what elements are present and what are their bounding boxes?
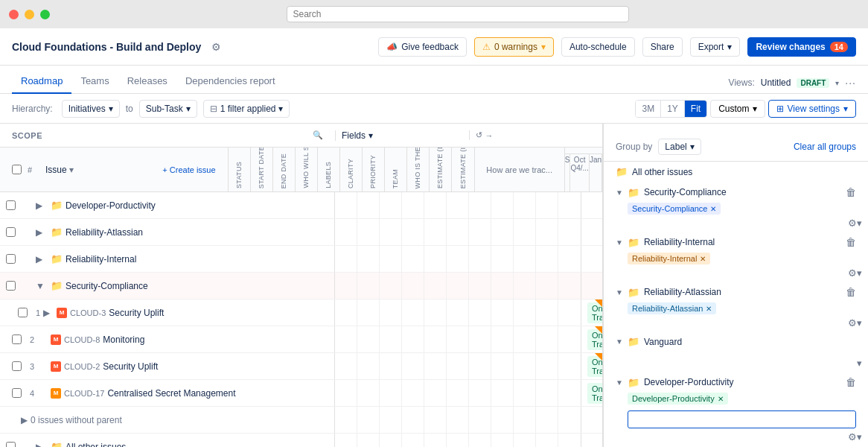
- row-main: 1 ▶ M CLOUD-3 Security Uplift: [0, 299, 335, 326]
- delete-group-icon[interactable]: 🗑: [846, 236, 856, 248]
- fields-header[interactable]: Fields ▾: [335, 130, 469, 141]
- feedback-button[interactable]: 📣 Give feedback: [378, 37, 467, 57]
- delete-group-icon[interactable]: 🗑: [846, 376, 856, 388]
- issue-key: CLOUD-8: [64, 335, 100, 344]
- export-button[interactable]: Export ▾: [690, 37, 741, 57]
- view-settings-button[interactable]: ⊞ View settings ▾: [768, 100, 856, 118]
- share-button[interactable]: Share: [642, 37, 683, 57]
- timeline-nav-right[interactable]: →: [485, 131, 494, 140]
- warnings-button[interactable]: ⚠ 0 warnings ▾: [474, 37, 554, 57]
- row-main: ▶ 📁 Reliability-Internal: [0, 246, 335, 272]
- row-field: [514, 219, 536, 245]
- expand-icon[interactable]: ▶: [36, 227, 48, 238]
- table-row[interactable]: 4 ▶ M CLOUD-17 Centralised Secret Manage…: [0, 380, 602, 407]
- expand-icon[interactable]: ▶: [36, 254, 48, 264]
- settings-icon[interactable]: ⚙: [848, 431, 857, 443]
- tab-releases[interactable]: Releases: [118, 69, 176, 94]
- panel-group-row[interactable]: ▼ 📁 Developer-Porductivity 🗑: [604, 372, 868, 393]
- panel-group-row[interactable]: ▼ 📁 Vanguard: [604, 332, 868, 352]
- remove-tag-icon[interactable]: ✕: [710, 205, 716, 213]
- time-fit-button[interactable]: Fit: [685, 101, 706, 117]
- clear-all-groups-button[interactable]: Clear all groups: [794, 142, 856, 152]
- tab-roadmap[interactable]: Roadmap: [12, 69, 71, 94]
- table-row[interactable]: ▶ 📁 All other issues: [0, 434, 602, 447]
- collapse-icon[interactable]: ▼: [616, 188, 623, 197]
- delete-group-icon[interactable]: 🗑: [846, 186, 856, 198]
- expand-icon[interactable]: ▼: [36, 281, 48, 291]
- table-row[interactable]: 1 ▶ M CLOUD-3 Security Uplift On Track ⚙…: [0, 299, 602, 326]
- row-checkbox[interactable]: [12, 388, 22, 398]
- expand-icon[interactable]: ▶: [36, 200, 48, 211]
- panel-group-row[interactable]: ▼ 📁 Reliability-Atlassian 🗑: [604, 282, 868, 302]
- time-1y-button[interactable]: 1Y: [661, 101, 685, 117]
- row-checkbox[interactable]: [6, 227, 16, 237]
- minimize-button[interactable]: [25, 10, 34, 19]
- table-row[interactable]: 2 ▶ M CLOUD-8 Monitoring On Track ⚙ ▾: [0, 326, 602, 353]
- row-checkbox[interactable]: [12, 335, 22, 344]
- chevron-down-icon[interactable]: ▾: [857, 358, 862, 369]
- create-issue-link[interactable]: + Create issue: [162, 165, 215, 174]
- hash-label: #: [28, 165, 39, 174]
- view-options-icon[interactable]: ···: [845, 77, 856, 89]
- collapse-icon[interactable]: ▼: [616, 378, 623, 387]
- row-checkbox[interactable]: [18, 308, 28, 317]
- table-row[interactable]: ▶ 0 issues without parent: [0, 407, 602, 434]
- expand-icon[interactable]: ▶: [21, 415, 28, 425]
- custom-time-button[interactable]: Custom ▾: [710, 100, 765, 118]
- tab-dependencies[interactable]: Dependencies report: [176, 69, 284, 94]
- row-checkbox[interactable]: [6, 200, 16, 210]
- close-button[interactable]: [9, 10, 19, 19]
- review-changes-button[interactable]: Review changes 14: [747, 37, 856, 57]
- table-row[interactable]: ▶ 📁 Reliability-Internal: [0, 246, 602, 273]
- maximize-button[interactable]: [40, 10, 50, 19]
- chevron-down-icon[interactable]: ▾: [857, 218, 862, 229]
- select-all-checkbox[interactable]: [12, 165, 22, 174]
- settings-icon[interactable]: ⚙: [848, 218, 857, 229]
- group-by-select[interactable]: Label ▾: [658, 139, 701, 155]
- remove-tag-icon[interactable]: ✕: [700, 255, 706, 263]
- settings-icon[interactable]: ⚙: [848, 317, 857, 329]
- filter-button[interactable]: ⊟ 1 filter applied ▾: [203, 100, 290, 118]
- table-row[interactable]: ▶ 📁 Reliability-Atlassian: [0, 219, 602, 246]
- hierarchy-to-button[interactable]: Sub-Task ▾: [139, 100, 197, 118]
- settings-icon[interactable]: ⚙: [211, 41, 221, 53]
- search-input[interactable]: [287, 6, 629, 22]
- chevron-down-icon[interactable]: ▾: [857, 267, 862, 279]
- row-field: [424, 219, 447, 245]
- delete-group-icon[interactable]: 🗑: [846, 286, 856, 298]
- panel-group-row[interactable]: ▼ 📁 Security-Compliance 🗑: [604, 182, 868, 203]
- timeline-nav-left[interactable]: ↺: [476, 130, 482, 140]
- view-chevron-icon[interactable]: ▾: [835, 79, 839, 87]
- row-field: [536, 273, 558, 299]
- chevron-down-icon[interactable]: ▾: [857, 431, 862, 443]
- remove-tag-icon[interactable]: ✕: [706, 305, 712, 313]
- panel-group-row[interactable]: ▼ 📁 Reliability-Internal 🗑: [604, 232, 868, 253]
- row-checkbox[interactable]: [6, 442, 16, 447]
- table-row[interactable]: ▶ 📁 Developer-Porductivity: [0, 192, 602, 219]
- autoschedule-button[interactable]: Auto-schedule: [561, 37, 635, 57]
- collapse-icon[interactable]: ▼: [616, 288, 623, 297]
- row-checkbox[interactable]: [6, 281, 16, 291]
- filter-label: 1 filter applied: [220, 104, 276, 114]
- settings-icon[interactable]: ⚙: [848, 267, 857, 279]
- field-clarity-label: CLARITY: [347, 159, 354, 188]
- hierarchy-from-button[interactable]: Initiatives ▾: [62, 100, 120, 118]
- expand-icon[interactable]: ▶: [43, 308, 55, 318]
- table-row[interactable]: ▼ 📁 Security-Compliance: [0, 273, 602, 299]
- collapse-icon[interactable]: ▼: [616, 337, 623, 346]
- collapse-icon[interactable]: ▼: [616, 238, 623, 247]
- time-3m-button[interactable]: 3M: [636, 101, 661, 117]
- tab-teams[interactable]: Teams: [71, 69, 118, 94]
- chevron-down-icon: ▾: [727, 42, 732, 52]
- row-field: [536, 380, 558, 406]
- scope-search-icon[interactable]: 🔍: [313, 130, 324, 140]
- panel-all-other-row[interactable]: 📁 All other issues: [604, 162, 868, 182]
- table-row[interactable]: 3 ▶ M CLOUD-2 Security Uplift On Track ⚙…: [0, 353, 602, 380]
- expand-icon[interactable]: ▶: [36, 442, 48, 448]
- remove-tag-icon[interactable]: ✕: [718, 395, 724, 403]
- add-tag-input[interactable]: [628, 410, 856, 428]
- to-label: to: [126, 104, 133, 114]
- row-checkbox[interactable]: [6, 254, 16, 264]
- chevron-down-icon[interactable]: ▾: [857, 317, 862, 329]
- row-checkbox[interactable]: [12, 361, 22, 371]
